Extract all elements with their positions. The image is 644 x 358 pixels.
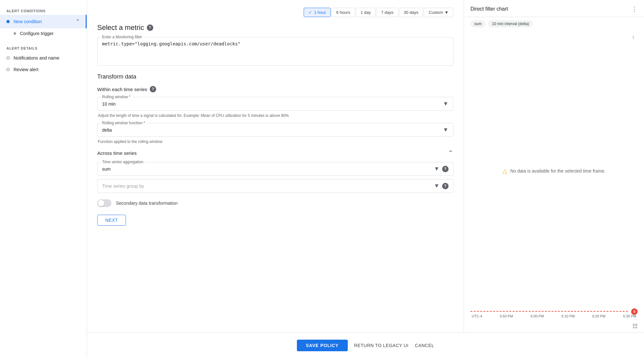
sidebar-label-notifications: Notifications and name — [14, 55, 59, 61]
time-btn-1day[interactable]: 1 day — [356, 8, 376, 17]
sidebar: ALERT CONDITIONS New condition ⌃ Configu… — [0, 0, 87, 358]
rolling-window-label: Rolling window * — [101, 95, 132, 99]
chart-timeline: 0 UTC-4 5:50 PM 6:00 PM 6:10 PM 6:20 PM … — [464, 311, 644, 321]
content-area: ✓ 1 hour 6 hours 1 day 7 days 30 days — [87, 0, 644, 358]
time-series-aggregation-field[interactable]: Time series aggregation sum ▼ ? — [97, 162, 453, 176]
secondary-transform-label: Secondary data transformation — [116, 201, 177, 206]
chart-menu-button[interactable]: ⋮ — [631, 5, 638, 13]
x-axis-550pm: 5:50 PM — [500, 314, 513, 318]
rolling-window-function-label: Rolling window function * — [101, 121, 146, 125]
sidebar-dot-new-condition — [6, 20, 10, 23]
transform-data-title: Transform data — [97, 73, 453, 80]
rolling-window-hint: Adjust the length of time a signal is ca… — [97, 113, 453, 118]
next-button[interactable]: NEXT — [97, 215, 126, 226]
rolling-window-dropdown-icon[interactable]: ▼ — [443, 100, 449, 107]
cancel-button[interactable]: CANCEL — [415, 343, 434, 348]
sidebar-label-review: Review alert — [14, 67, 38, 72]
sidebar-dot-configure-trigger — [14, 32, 16, 35]
rolling-window-field[interactable]: Rolling window * 10 min ▼ — [97, 97, 453, 111]
chart-red-line — [470, 311, 628, 312]
chart-body: 1 △ No data is available for the selecte… — [464, 31, 644, 311]
sidebar-dot-notifications — [6, 56, 10, 60]
rolling-window-function-field[interactable]: Rolling window function * delta ▼ — [97, 123, 453, 137]
time-series-aggregation-label: Time series aggregation — [101, 160, 145, 164]
chart-header: Direct filter chart ⋮ — [464, 0, 644, 17]
chart-badge-interval: 10 min interval (delta) — [488, 20, 533, 27]
time-btn-7days[interactable]: 7 days — [376, 8, 398, 17]
rolling-window-function-value: delta — [102, 127, 443, 133]
chart-line-container: 0 — [470, 311, 638, 312]
alert-details-section-label: ALERT DETAILS — [0, 44, 87, 52]
x-axis-utc4: UTC-4 — [472, 314, 482, 318]
time-controls-row: ✓ 1 hour 6 hours 1 day 7 days 30 days — [97, 8, 453, 17]
sidebar-item-review-alert[interactable]: Review alert — [0, 64, 87, 75]
time-series-aggregation-value: sum — [102, 166, 431, 172]
time-btn-custom[interactable]: Custom ▼ — [424, 8, 453, 17]
time-series-group-by-field[interactable]: Time series group by ▼ ? — [97, 179, 453, 193]
aggregation-help-icon[interactable]: ? — [442, 166, 449, 172]
alert-conditions-section-label: ALERT CONDITIONS — [0, 6, 87, 15]
rolling-window-value: 10 min — [102, 101, 443, 107]
sidebar-label-new-condition: New condition — [14, 19, 42, 24]
chart-badges-row: sum 10 min interval (delta) — [464, 17, 644, 31]
warning-icon: △ — [503, 167, 507, 174]
main-content: ✓ 1 hour 6 hours 1 day 7 days 30 days — [87, 0, 464, 332]
time-btn-1hour-label: 1 hour — [314, 10, 326, 15]
select-metric-title: Select a metric ? — [97, 24, 453, 32]
chevron-up-icon: ⌃ — [75, 18, 80, 25]
chart-red-dot: 0 — [631, 308, 638, 315]
across-time-series-section: Across time series ⌃ — [97, 149, 453, 157]
x-axis-620pm: 6:20 PM — [592, 314, 605, 318]
chart-panel: Direct filter chart ⋮ sum 10 min interva… — [464, 0, 644, 332]
rolling-window-function-hint: Function applied to the rolling window — [97, 139, 453, 144]
sidebar-item-notifications[interactable]: Notifications and name — [0, 52, 87, 64]
monitoring-filter-box: Enter a Monitoring filter metric.type="l… — [97, 37, 453, 66]
select-metric-help-icon[interactable]: ? — [147, 24, 153, 31]
time-btn-30days[interactable]: 30 days — [399, 8, 423, 17]
content-scroll: ✓ 1 hour 6 hours 1 day 7 days 30 days — [87, 0, 644, 332]
group-by-help-icon[interactable]: ? — [442, 183, 449, 189]
no-data-message: △ No data is available for the selected … — [503, 167, 606, 174]
sidebar-label-configure-trigger: Configure trigger — [20, 31, 53, 36]
within-series-help-icon[interactable]: ? — [150, 86, 156, 92]
no-data-text: No data is available for the selected ti… — [510, 168, 606, 174]
x-axis-600pm: 6:00 PM — [531, 314, 544, 318]
group-by-dropdown-icon[interactable]: ▼ — [434, 183, 440, 189]
time-btn-1hour[interactable]: ✓ 1 hour — [304, 8, 331, 17]
monitoring-filter-input[interactable]: metric.type="logging.googleapis.com/user… — [102, 41, 449, 61]
time-btn-1day-label: 1 day — [361, 10, 371, 15]
chart-title: Direct filter chart — [470, 6, 508, 12]
sidebar-item-new-condition[interactable]: New condition ⌃ — [0, 15, 87, 28]
time-btn-7days-label: 7 days — [381, 10, 393, 15]
dropdown-chevron-icon: ▼ — [444, 10, 449, 15]
return-to-legacy-button[interactable]: RETURN TO LEGACY UI — [354, 343, 409, 348]
sidebar-dot-review — [6, 68, 10, 71]
secondary-transform-row: Secondary data transformation — [97, 199, 453, 207]
chart-number: 1 — [632, 35, 634, 40]
time-btn-6hours-label: 6 hours — [336, 10, 350, 15]
bottom-bar: SAVE POLICY RETURN TO LEGACY UI CANCEL — [87, 332, 644, 358]
time-btn-30days-label: 30 days — [404, 10, 419, 15]
sidebar-item-configure-trigger[interactable]: Configure trigger — [0, 28, 87, 39]
filter-box-label: Enter a Monitoring filter — [101, 35, 143, 39]
time-btn-custom-label: Custom — [429, 10, 443, 15]
across-series-collapse-button[interactable]: ⌃ — [448, 149, 453, 157]
chart-grid-icon[interactable]: ☷ — [464, 321, 644, 332]
chart-x-axis: UTC-4 5:50 PM 6:00 PM 6:10 PM 6:20 PM 6:… — [470, 314, 638, 318]
x-axis-610pm: 6:10 PM — [562, 314, 575, 318]
group-by-placeholder: Time series group by — [102, 184, 431, 189]
time-btn-6hours[interactable]: 6 hours — [331, 8, 355, 17]
across-time-series-title: Across time series — [97, 150, 137, 156]
save-policy-button[interactable]: SAVE POLICY — [297, 340, 348, 351]
secondary-transform-toggle[interactable] — [97, 199, 111, 207]
checkmark-icon: ✓ — [308, 10, 312, 15]
chart-badge-sum: sum — [470, 20, 486, 27]
aggregation-dropdown-icon[interactable]: ▼ — [434, 165, 440, 172]
rolling-window-function-dropdown-icon[interactable]: ▼ — [443, 127, 449, 133]
within-time-series-title: Within each time series ? — [97, 86, 453, 92]
